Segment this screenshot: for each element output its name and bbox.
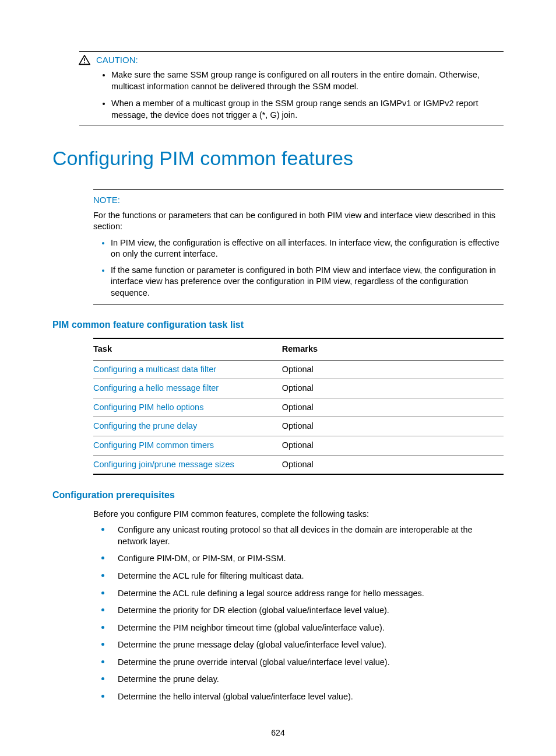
task-remarks: Optional <box>282 379 504 398</box>
prereq-heading: Configuration prerequisites <box>52 489 504 502</box>
table-row: Configuring join/prune message sizes Opt… <box>93 455 504 474</box>
prereq-list: Configure any unicast routing protocol s… <box>93 524 504 702</box>
task-list-heading: PIM common feature configuration task li… <box>52 318 504 331</box>
list-item: In PIM view, the configuration is effect… <box>111 237 504 260</box>
svg-point-1 <box>84 62 85 64</box>
table-row: Configuring a hello message filter Optio… <box>93 379 504 398</box>
page-number: 624 <box>0 727 556 738</box>
list-item: Make sure the same SSM group range is co… <box>111 69 504 92</box>
table-header-remarks: Remarks <box>282 338 504 360</box>
task-remarks: Optional <box>282 455 504 474</box>
list-item: Determine the ACL rule for filtering mul… <box>93 570 504 582</box>
page: CAUTION: Make sure the same SSM group ra… <box>0 0 556 756</box>
task-link[interactable]: Configuring join/prune message sizes <box>93 460 234 469</box>
table-row: Configuring PIM common timers Optional <box>93 436 504 455</box>
task-link[interactable]: Configuring PIM hello options <box>93 402 203 412</box>
list-item: Determine the prune message delay (globa… <box>93 639 504 651</box>
table-row: Configuring the prune delay Optional <box>93 417 504 436</box>
list-item: When a member of a multicast group in th… <box>111 98 504 121</box>
table-row: Configuring PIM hello options Optional <box>93 398 504 417</box>
caution-label: CAUTION: <box>96 54 138 66</box>
warning-triangle-icon <box>79 55 90 65</box>
note-box: NOTE: For the functions or parameters th… <box>93 189 504 304</box>
task-link[interactable]: Configuring the prune delay <box>93 421 197 430</box>
caution-header: CAUTION: <box>79 54 504 66</box>
caution-box: CAUTION: Make sure the same SSM group ra… <box>79 51 504 125</box>
caution-list: Make sure the same SSM group range is co… <box>79 69 504 121</box>
task-link[interactable]: Configuring PIM common timers <box>93 440 214 450</box>
page-title: Configuring PIM common features <box>52 145 504 172</box>
list-item: Determine the hello interval (global val… <box>93 691 504 703</box>
task-remarks: Optional <box>282 417 504 436</box>
note-label: NOTE: <box>93 194 504 206</box>
task-link[interactable]: Configuring a multicast data filter <box>93 365 216 374</box>
task-table: Task Remarks Configuring a multicast dat… <box>93 338 504 475</box>
list-item: Configure any unicast routing protocol s… <box>93 524 504 547</box>
table-header-task: Task <box>93 338 282 360</box>
table-row: Configuring a multicast data filter Opti… <box>93 360 504 379</box>
task-link[interactable]: Configuring a hello message filter <box>93 383 219 393</box>
list-item: Determine the prune override interval (g… <box>93 657 504 668</box>
list-item: Determine the priority for DR election (… <box>93 605 504 617</box>
list-item: Determine the PIM neighbor timeout time … <box>93 622 504 634</box>
note-list: In PIM view, the configuration is effect… <box>93 237 504 299</box>
list-item: Configure PIM-DM, or PIM-SM, or PIM-SSM. <box>93 553 504 565</box>
task-remarks: Optional <box>282 436 504 455</box>
task-remarks: Optional <box>282 360 504 379</box>
list-item: Determine the ACL rule defining a legal … <box>93 588 504 600</box>
note-intro: For the functions or parameters that can… <box>93 210 504 233</box>
list-item: If the same function or parameter is con… <box>111 265 504 299</box>
list-item: Determine the prune delay. <box>93 674 504 685</box>
task-remarks: Optional <box>282 398 504 417</box>
prereq-intro: Before you configure PIM common features… <box>93 509 504 520</box>
